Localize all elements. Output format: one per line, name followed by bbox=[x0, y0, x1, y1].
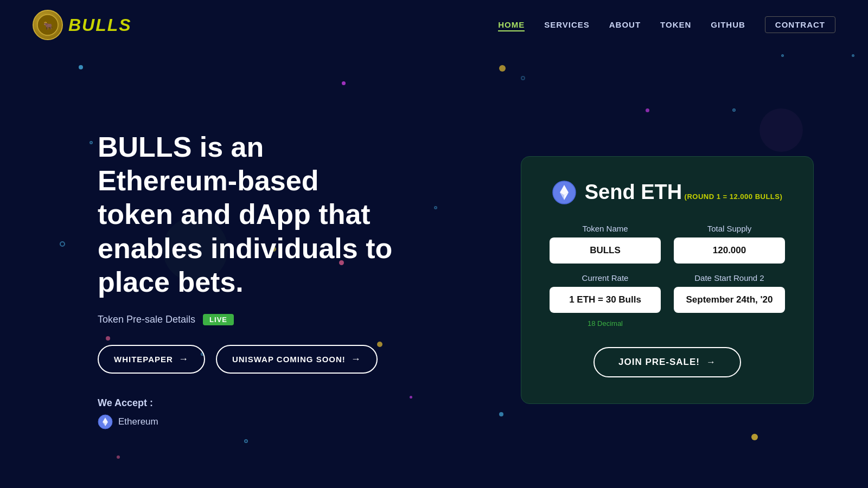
nav-link-services[interactable]: SERVICES bbox=[544, 20, 590, 29]
nav-link-about[interactable]: ABOUT bbox=[609, 20, 641, 29]
eth-accept-row: Ethereum bbox=[98, 414, 401, 429]
hero-title-bold: BULLS bbox=[98, 131, 192, 163]
main-content: BULLS is an Ethereum-based token and dAp… bbox=[0, 50, 868, 488]
nav-links: HOME SERVICES ABOUT TOKEN GITHUB CONTRAC… bbox=[498, 20, 835, 30]
decimal-hint: 18 Decimal bbox=[550, 319, 661, 328]
date-start-input[interactable] bbox=[674, 287, 785, 313]
current-rate-input[interactable] bbox=[550, 287, 661, 313]
total-supply-input[interactable] bbox=[674, 237, 785, 264]
presale-label: Token Pre-sale Details LIVE bbox=[98, 314, 401, 325]
live-badge: LIVE bbox=[203, 314, 234, 325]
hero-title: BULLS is an Ethereum-based token and dAp… bbox=[98, 130, 401, 299]
join-presale-button[interactable]: JOIN PRE-SALE! → bbox=[593, 347, 741, 377]
date-start-label: Date Start Round 2 bbox=[674, 273, 785, 282]
we-accept-label: We Accept : bbox=[98, 397, 401, 409]
card-footer: JOIN PRE-SALE! → bbox=[550, 347, 785, 377]
card-title-area: Send ETH (ROUND 1 = 12.000 BULLS) bbox=[585, 181, 783, 204]
nav-item-services[interactable]: SERVICES bbox=[544, 20, 590, 30]
join-presale-arrow-icon: → bbox=[706, 357, 716, 368]
logo-icon: 🐂 bbox=[33, 10, 63, 40]
nav-item-token[interactable]: TOKEN bbox=[660, 20, 691, 30]
whitepaper-label: WHITEPAPER bbox=[114, 355, 173, 364]
logo-text: BULLS bbox=[68, 15, 132, 35]
hero-section: BULLS is an Ethereum-based token and dAp… bbox=[98, 130, 401, 430]
card-header: Send ETH (ROUND 1 = 12.000 BULLS) bbox=[550, 181, 785, 204]
date-start-group: Date Start Round 2 bbox=[674, 273, 785, 328]
ethereum-label: Ethereum bbox=[118, 416, 158, 427]
current-rate-group: Current Rate 18 Decimal bbox=[550, 273, 661, 328]
nav-link-token[interactable]: TOKEN bbox=[660, 20, 691, 29]
total-supply-group: Total Supply bbox=[674, 224, 785, 264]
whitepaper-button[interactable]: WHITEPAPER → bbox=[98, 345, 205, 374]
nav-item-github[interactable]: GITHUB bbox=[711, 20, 745, 30]
nav-link-contract[interactable]: CONTRACT bbox=[765, 16, 835, 33]
nav-link-home[interactable]: HOME bbox=[498, 20, 525, 31]
join-presale-label: JOIN PRE-SALE! bbox=[618, 357, 700, 368]
logo[interactable]: 🐂 BULLS bbox=[33, 10, 132, 40]
hero-buttons: WHITEPAPER → UNISWAP COMING SOON! → bbox=[98, 345, 401, 374]
token-name-input[interactable] bbox=[550, 237, 661, 264]
presale-text: Token Pre-sale Details bbox=[98, 314, 195, 325]
current-rate-label: Current Rate bbox=[550, 273, 661, 282]
card-subtitle: (ROUND 1 = 12.000 BULLS) bbox=[685, 192, 783, 201]
uniswap-label: UNISWAP COMING SOON! bbox=[232, 355, 346, 364]
total-supply-label: Total Supply bbox=[674, 224, 785, 233]
send-eth-card: Send ETH (ROUND 1 = 12.000 BULLS) Token … bbox=[521, 156, 814, 404]
nav-item-home[interactable]: HOME bbox=[498, 20, 525, 30]
uniswap-button[interactable]: UNISWAP COMING SOON! → bbox=[216, 345, 378, 374]
form-grid: Token Name Total Supply Current Rate 18 … bbox=[550, 224, 785, 328]
nav-item-about[interactable]: ABOUT bbox=[609, 20, 641, 30]
token-name-label: Token Name bbox=[550, 224, 661, 233]
nav-link-github[interactable]: GITHUB bbox=[711, 20, 745, 29]
navbar: 🐂 BULLS HOME SERVICES ABOUT TOKEN GITHUB… bbox=[0, 0, 868, 50]
card-title: Send ETH bbox=[585, 181, 682, 203]
ethereum-icon bbox=[98, 414, 113, 429]
svg-text:🐂: 🐂 bbox=[43, 21, 53, 30]
nav-item-contract[interactable]: CONTRACT bbox=[765, 20, 835, 30]
uniswap-arrow-icon: → bbox=[351, 354, 361, 365]
whitepaper-arrow-icon: → bbox=[178, 354, 189, 365]
eth-logo-icon bbox=[552, 181, 576, 204]
token-name-group: Token Name bbox=[550, 224, 661, 264]
